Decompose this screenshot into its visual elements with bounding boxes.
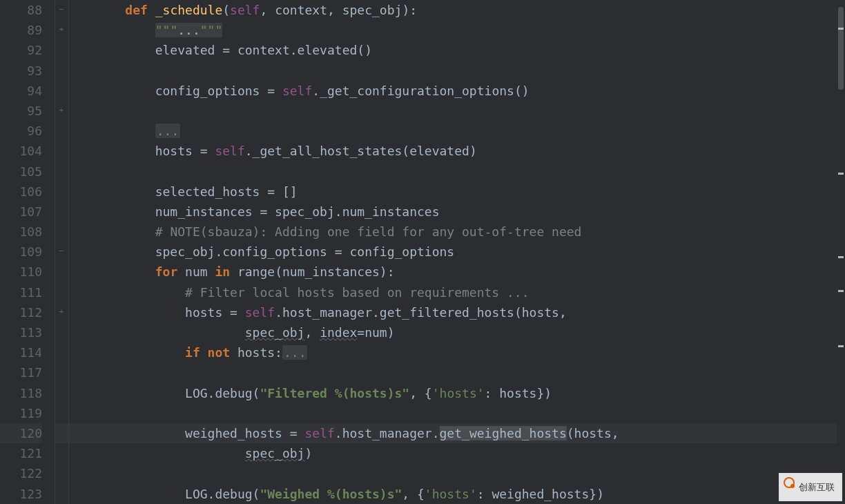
fold-column[interactable]: −++−+	[55, 0, 69, 504]
indent-spacer	[69, 222, 95, 242]
indent-spacer	[69, 121, 95, 141]
indent-spacer	[69, 403, 95, 423]
fold-expand-icon[interactable]: +	[57, 106, 66, 115]
fold-expand-icon[interactable]: +	[57, 307, 66, 317]
code-line[interactable]	[95, 463, 845, 483]
code-token: self	[215, 144, 244, 158]
code-token: .host_manager.get_filtered_hosts	[275, 305, 514, 320]
code-token: ,	[559, 305, 567, 320]
code-line[interactable]: weighed_hosts = self.host_manager.get_we…	[95, 423, 845, 443]
indent-spacer	[69, 423, 95, 443]
code-token	[95, 325, 245, 340]
code-line[interactable]	[95, 61, 845, 81]
code-token: : hosts	[485, 386, 537, 400]
line-number: 109	[0, 242, 42, 262]
code-token: )	[469, 144, 477, 158]
code-token: self	[245, 305, 275, 320]
code-line[interactable]	[95, 162, 845, 182]
code-line[interactable]: if not hosts:...	[95, 342, 845, 362]
scrollbar-thumb[interactable]	[838, 7, 844, 90]
code-line[interactable]: ...	[95, 121, 845, 141]
code-line[interactable]: """..."""	[95, 20, 845, 40]
code-token: [	[282, 184, 290, 199]
code-line[interactable]: spec_obj, index=num)	[95, 322, 845, 342]
code-line[interactable]: def _schedule(self, context, spec_obj):	[95, 0, 845, 20]
code-token: (	[253, 487, 260, 501]
code-token: ()	[357, 43, 372, 57]
code-line[interactable]: spec_obj)	[95, 443, 845, 463]
code-token: =	[290, 426, 298, 440]
code-line[interactable]: config_options = self._get_configuration…	[95, 81, 845, 101]
code-line[interactable]: for num in range(num_instances):	[95, 262, 845, 282]
code-line[interactable]: hosts = self.host_manager.get_filtered_h…	[95, 302, 845, 322]
code-token: elevated	[409, 144, 469, 158]
code-area[interactable]: def _schedule(self, context, spec_obj): …	[95, 0, 845, 504]
line-number: 104	[0, 141, 42, 161]
code-token: spec_obj.num_instances	[267, 204, 439, 219]
indent-spacer	[69, 141, 95, 161]
code-token: :	[409, 3, 417, 17]
code-token: =	[200, 144, 208, 158]
code-token: config_options	[95, 84, 267, 98]
code-line[interactable]: spec_obj.config_options = config_options	[95, 242, 845, 262]
line-number: 117	[0, 362, 42, 382]
code-token: =	[267, 84, 275, 98]
code-line[interactable]: elevated = context.elevated()	[95, 40, 845, 60]
code-token: """	[200, 23, 223, 37]
code-token: num_instances	[282, 264, 380, 279]
scrollbar-marker[interactable]	[838, 173, 844, 175]
code-line[interactable]	[95, 362, 845, 382]
code-token: def	[125, 3, 155, 17]
code-token: ]	[290, 184, 298, 199]
code-token: "Weighed %(hosts)s"	[260, 487, 402, 501]
code-token: ...	[177, 23, 200, 37]
code-token: =	[357, 325, 365, 340]
indent-spacer	[69, 362, 95, 382]
code-line[interactable]	[95, 403, 845, 423]
fold-collapse-icon[interactable]: −	[57, 5, 66, 14]
code-token: num	[365, 325, 387, 340]
scrollbar-marker[interactable]	[838, 345, 844, 347]
code-token: ._get_configuration_options	[312, 84, 514, 98]
code-token: if	[185, 345, 208, 360]
line-number: 92	[0, 40, 42, 60]
code-token: config_options	[342, 244, 455, 259]
code-token: ...	[282, 345, 308, 360]
scrollbar-marker[interactable]	[838, 256, 844, 258]
vertical-scrollbar[interactable]	[837, 0, 845, 504]
code-line[interactable]	[95, 101, 845, 121]
indent-spacer	[69, 383, 95, 403]
code-token: )	[402, 3, 409, 17]
scrollbar-marker[interactable]	[838, 290, 844, 292]
code-token: self	[304, 426, 334, 440]
code-token: LOG.debug	[95, 386, 253, 400]
code-line[interactable]: # NOTE(sbauza): Adding one field for any…	[95, 222, 845, 242]
line-number: 111	[0, 282, 42, 302]
code-token	[95, 224, 155, 239]
scrollbar-marker[interactable]	[838, 28, 844, 30]
line-number: 121	[0, 443, 42, 463]
code-line[interactable]: LOG.debug("Weighed %(hosts)s", {'hosts':…	[95, 484, 845, 504]
code-line[interactable]: hosts = self._get_all_host_states(elevat…	[95, 141, 845, 161]
code-line[interactable]: selected_hosts = []	[95, 182, 845, 202]
code-token: ._get_all_host_states	[245, 144, 402, 158]
code-token: (	[222, 3, 230, 17]
code-token: :	[387, 264, 395, 279]
code-token: ,	[409, 386, 425, 400]
line-number: 123	[0, 484, 42, 504]
indent-spacer	[69, 20, 95, 40]
code-token: ()	[514, 84, 530, 98]
line-number: 114	[0, 342, 42, 362]
code-token	[95, 466, 103, 481]
code-token: :	[275, 345, 282, 360]
code-line[interactable]: num_instances = spec_obj.num_instances	[95, 202, 845, 222]
fold-expand-icon[interactable]: +	[57, 25, 66, 35]
code-editor[interactable]: 8889929394959610410510610710810911011111…	[0, 0, 845, 504]
code-line[interactable]: LOG.debug("Filtered %(hosts)s", {'hosts'…	[95, 383, 845, 403]
code-token: )	[304, 446, 312, 461]
code-token: (	[253, 386, 260, 400]
fold-collapse-icon[interactable]: −	[57, 246, 66, 256]
code-token	[95, 23, 155, 37]
code-token	[95, 264, 155, 279]
code-line[interactable]: # Filter local hosts based on requiremen…	[95, 282, 845, 302]
